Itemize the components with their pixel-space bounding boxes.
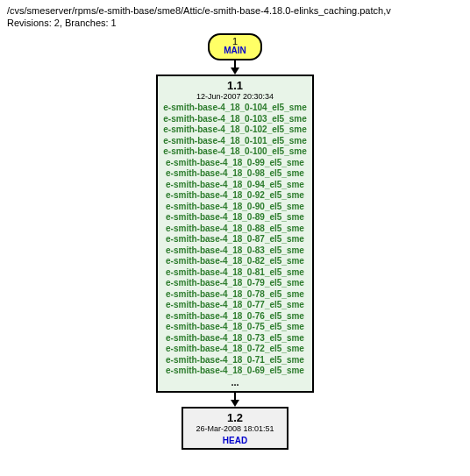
branch-name: MAIN [218,46,252,55]
tag: e-smith-base-4_18_0-100_el5_sme [163,146,306,158]
revision-number: 1.2 [196,411,274,425]
tag: e-smith-base-4_18_0-87_el5_sme [163,234,306,245]
arrow-down-icon [231,400,239,407]
tag: e-smith-base-4_18_0-83_el5_sme [163,245,306,257]
tag: e-smith-base-4_18_0-77_el5_sme [163,300,306,311]
tag: e-smith-base-4_18_0-98_el5_sme [163,168,306,180]
tag: e-smith-base-4_18_0-79_el5_sme [163,278,306,289]
tag-list: e-smith-base-4_18_0-104_el5_smee-smith-b… [163,103,306,377]
tag: e-smith-base-4_18_0-73_el5_sme [163,333,306,345]
tag: e-smith-base-4_18_0-76_el5_sme [163,311,306,323]
revision-summary: Revisions: 2, Branches: 1 [7,18,463,28]
tag: e-smith-base-4_18_0-75_el5_sme [163,322,306,333]
revision-timestamp: 26-Mar-2008 18:01:51 [196,425,274,434]
tag: e-smith-base-4_18_0-104_el5_sme [163,103,306,114]
file-path: /cvs/smeserver/rpms/e-smith-base/sme8/At… [7,5,463,16]
tag: e-smith-base-4_18_0-82_el5_sme [163,256,306,267]
revision-node-1-1[interactable]: 1.1 12-Jun-2007 20:30:34 e-smith-base-4_… [156,75,313,393]
tag: e-smith-base-4_18_0-72_el5_sme [163,344,306,355]
tag: e-smith-base-4_18_0-101_el5_sme [163,136,306,147]
tag: e-smith-base-4_18_0-81_el5_sme [163,267,306,279]
tags-truncated: ... [163,377,306,388]
connector [231,393,239,407]
revision-number: 1.1 [163,79,306,93]
connector [231,60,239,75]
revision-timestamp: 12-Jun-2007 20:30:34 [163,93,306,102]
revision-graph: 1 MAIN 1.1 12-Jun-2007 20:30:34 e-smith-… [7,33,463,450]
head-label: HEAD [196,436,274,445]
tag: e-smith-base-4_18_0-78_el5_sme [163,289,306,301]
revision-node-1-2[interactable]: 1.2 26-Mar-2008 18:01:51 HEAD [182,407,288,449]
tag: e-smith-base-4_18_0-71_el5_sme [163,355,306,366]
tag: e-smith-base-4_18_0-99_el5_sme [163,158,306,169]
tag: e-smith-base-4_18_0-103_el5_sme [163,114,306,125]
tag: e-smith-base-4_18_0-88_el5_sme [163,224,306,235]
tag: e-smith-base-4_18_0-94_el5_sme [163,180,306,191]
tag: e-smith-base-4_18_0-89_el5_sme [163,212,306,224]
tag: e-smith-base-4_18_0-92_el5_sme [163,190,306,202]
tag: e-smith-base-4_18_0-102_el5_sme [163,124,306,136]
tag: e-smith-base-4_18_0-90_el5_sme [163,202,306,213]
branch-node[interactable]: 1 MAIN [208,33,262,60]
tag: e-smith-base-4_18_0-69_el5_sme [163,366,306,377]
arrow-down-icon [231,67,239,75]
